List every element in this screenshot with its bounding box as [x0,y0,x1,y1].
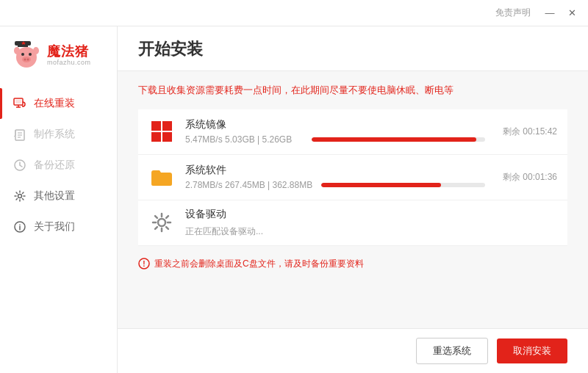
svg-rect-1 [18,45,28,47]
download-item-device-driver: 设备驱动 正在匹配设备驱动... [138,200,567,246]
other-settings-icon [12,188,28,204]
title-bar: 免责声明 — ✕ [0,0,588,26]
online-reinstall-icon [12,95,28,112]
logo-icon [9,38,44,73]
sidebar-label-online-reinstall: 在线重装 [34,97,75,110]
svg-point-3 [21,53,24,56]
svg-point-7 [27,59,29,61]
svg-text:!: ! [143,260,145,268]
sidebar-item-backup-restore: 备份还原 [0,150,117,181]
logo-site: mofazhu.com [47,59,91,67]
logo-area: 魔法猪 mofazhu.com [0,38,117,88]
progress-fill-system-image [312,137,476,142]
page-title-bar: 开始安装 [118,26,588,71]
cancel-install-button[interactable]: 取消安装 [497,338,567,363]
app-container: 魔法猪 mofazhu.com 在线重装 制作系统 备份还原 其他设置 关于我们… [0,26,588,373]
progress-bar-system-software [321,183,485,187]
svg-point-6 [24,59,26,61]
progress-bar-system-image [312,137,485,142]
info-device-driver: 设备驱动 正在匹配设备驱动... [185,208,557,238]
icon-device-driver [148,209,175,236]
svg-rect-26 [151,132,161,142]
sidebar-item-online-reinstall[interactable]: 在线重装 [0,88,117,119]
warning-text: 重装之前会删除桌面及C盘文件，请及时备份重要资料 [154,258,364,270]
logo-text: 魔法猪 [47,45,91,59]
remain-system-software: 剩余 00:01:36 [498,171,557,184]
svg-point-20 [18,195,22,198]
svg-rect-24 [151,121,161,131]
svg-rect-12 [15,100,21,104]
sidebar: 魔法猪 mofazhu.com 在线重装 制作系统 备份还原 其他设置 关于我们 [0,26,118,373]
disclaimer-link[interactable]: 免责声明 [495,7,531,19]
svg-point-29 [158,219,165,226]
page-title: 开始安装 [138,40,203,58]
notice-text: 下载且收集资源需要耗费一点时间，在此期间尽量不要使电脑休眠、断电等 [138,83,567,98]
speed-size-system-image: 5.47MB/s 5.03GB | 5.26GB [185,134,303,145]
title-system-software: 系统软件 [185,164,488,177]
sidebar-label-backup-restore: 备份还原 [34,159,75,172]
progress-fill-system-software [321,183,441,187]
info-system-image: 系统镜像 5.47MB/s 5.03GB | 5.26GB [185,118,488,145]
warning-row: ! 重装之前会删除桌面及C盘文件，请及时备份重要资料 [138,258,567,270]
about-us-icon [12,219,28,235]
sidebar-label-make-system: 制作系统 [34,128,75,141]
remain-system-image: 剩余 00:15:42 [498,126,557,138]
info-system-software: 系统软件 2.78MB/s 267.45MB | 362.88MB [185,164,488,190]
reselect-button[interactable]: 重选系统 [416,338,488,364]
title-system-image: 系统镜像 [185,118,488,131]
close-button[interactable]: ✕ [562,4,582,22]
sidebar-items-container: 在线重装 制作系统 备份还原 其他设置 关于我们 [0,88,117,242]
icon-system-software [148,164,175,190]
icon-system-image [148,118,175,145]
svg-point-5 [22,57,31,62]
sidebar-label-about-us: 关于我们 [34,220,75,233]
svg-point-4 [29,53,32,56]
minimize-button[interactable]: — [539,4,560,22]
main-content: 开始安装 下载且收集资源需要耗费一点时间，在此期间尽量不要使电脑休眠、断电等 系… [118,26,588,373]
download-item-system-software: 系统软件 2.78MB/s 267.45MB | 362.88MB 剩余 00:… [138,155,567,200]
svg-point-9 [33,47,39,54]
svg-point-23 [19,224,21,225]
svg-rect-27 [162,132,172,142]
window-controls: — ✕ [539,4,582,22]
title-device-driver: 设备驱动 [185,208,557,221]
warning-icon: ! [138,258,150,269]
status-device-driver: 正在匹配设备驱动... [185,226,263,236]
footer: 重选系统 取消安装 [118,328,588,373]
sidebar-item-other-settings[interactable]: 其他设置 [0,181,117,211]
svg-rect-25 [162,121,172,131]
speed-size-system-software: 2.78MB/s 267.45MB | 362.88MB [185,180,312,190]
download-list: 系统镜像 5.47MB/s 5.03GB | 5.26GB 剩余 00:15:4… [138,109,567,246]
download-item-system-image: 系统镜像 5.47MB/s 5.03GB | 5.26GB 剩余 00:15:4… [138,109,567,155]
backup-restore-icon [12,157,28,173]
sidebar-item-about-us[interactable]: 关于我们 [0,211,117,242]
svg-point-8 [14,47,20,54]
make-system-icon [12,126,28,142]
svg-rect-28 [151,175,172,186]
content-area: 下载且收集资源需要耗费一点时间，在此期间尽量不要使电脑休眠、断电等 系统镜像 5… [118,71,588,328]
sidebar-label-other-settings: 其他设置 [34,189,75,203]
sidebar-item-make-system: 制作系统 [0,119,117,150]
